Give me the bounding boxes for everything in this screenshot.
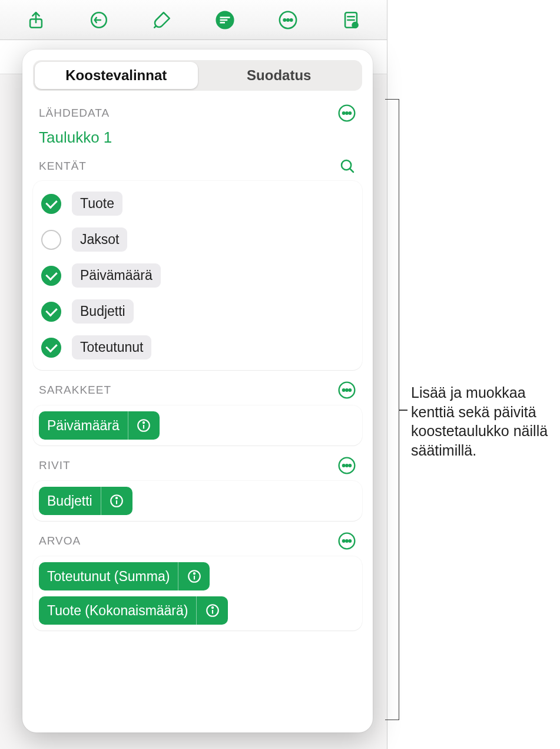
source-more-icon[interactable] [337, 104, 356, 123]
svg-point-42 [194, 573, 195, 574]
section-header-rows: RIVIT [33, 456, 362, 475]
field-checkbox[interactable] [41, 230, 61, 250]
chip-info-icon[interactable] [128, 411, 160, 440]
svg-point-31 [346, 464, 347, 466]
tab-pivot-options[interactable]: Koostevalinnat [35, 62, 198, 89]
value-chip[interactable]: Tuote (Kokonaismäärä) [39, 596, 228, 625]
top-toolbar [0, 0, 387, 40]
section-header-values: ARVOA [33, 532, 362, 550]
svg-point-8 [287, 19, 289, 21]
section-header-fields: KENTÄT [33, 157, 362, 175]
svg-point-25 [349, 389, 351, 391]
pivot-options-popover: Koostevalinnat Suodatus LÄHDEDATA Tauluk… [22, 50, 373, 732]
svg-point-18 [346, 112, 347, 114]
field-checkbox[interactable] [41, 266, 61, 286]
svg-point-9 [290, 19, 292, 21]
section-label-columns: SARAKKEET [39, 384, 111, 397]
field-row[interactable]: Päivämäärä [33, 258, 362, 293]
svg-line-21 [350, 169, 353, 172]
fields-list: Tuote Jaksot Päivämäärä Budjetti Toteutu… [33, 181, 362, 370]
section-label-values: ARVOA [39, 534, 81, 547]
field-row[interactable]: Toteutunut [33, 329, 362, 365]
rows-more-icon[interactable] [337, 456, 356, 475]
columns-more-icon[interactable] [337, 381, 356, 400]
svg-point-7 [283, 19, 285, 21]
document-settings-icon[interactable] [337, 6, 365, 34]
chip-label: Toteutunut (Summa) [39, 562, 178, 590]
chip-label: Päivämäärä [39, 411, 128, 440]
field-chip[interactable]: Päivämäärä [72, 263, 161, 288]
section-label-rows: RIVIT [39, 459, 71, 472]
row-chip[interactable]: Budjetti [39, 487, 132, 515]
tab-filter[interactable]: Suodatus [198, 62, 361, 89]
more-icon[interactable] [274, 6, 302, 34]
rows-slot[interactable]: Budjetti [33, 481, 362, 521]
svg-point-17 [343, 112, 344, 114]
svg-point-32 [349, 464, 351, 466]
svg-point-24 [346, 389, 347, 391]
svg-rect-3 [220, 17, 230, 18]
svg-point-23 [343, 389, 344, 391]
column-chip[interactable]: Päivämäärä [39, 411, 160, 440]
field-checkbox[interactable] [41, 338, 61, 358]
chip-info-icon[interactable] [178, 562, 210, 590]
field-chip[interactable]: Jaksot [72, 227, 127, 252]
field-chip[interactable]: Budjetti [72, 299, 134, 324]
field-row[interactable]: Jaksot [33, 222, 362, 258]
field-row[interactable]: Budjetti [33, 293, 362, 329]
chip-label: Budjetti [39, 487, 101, 515]
svg-point-19 [349, 112, 351, 114]
field-chip[interactable]: Tuote [72, 192, 122, 216]
svg-point-30 [343, 464, 344, 466]
columns-slot[interactable]: Päivämäärä [33, 405, 362, 446]
section-label-source: LÄHDEDATA [39, 107, 110, 120]
field-checkbox[interactable] [41, 302, 61, 322]
svg-rect-4 [220, 19, 227, 21]
undo-icon[interactable] [85, 6, 113, 34]
svg-point-37 [343, 540, 344, 542]
fields-search-icon[interactable] [339, 157, 356, 175]
field-chip[interactable]: Toteutunut [72, 335, 151, 359]
section-header-columns: SARAKKEET [33, 381, 362, 400]
values-more-icon[interactable] [337, 532, 356, 550]
chip-info-icon[interactable] [196, 596, 228, 625]
share-icon[interactable] [22, 6, 50, 34]
field-checkbox[interactable] [41, 194, 61, 214]
section-header-source: LÄHDEDATA [33, 104, 362, 123]
field-row[interactable]: Tuote [33, 186, 362, 222]
svg-point-35 [116, 497, 117, 499]
chip-info-icon[interactable] [101, 487, 132, 515]
format-brush-icon[interactable] [148, 6, 176, 34]
svg-point-38 [346, 540, 347, 542]
chip-label: Tuote (Kokonaismäärä) [39, 596, 196, 625]
organize-icon[interactable] [211, 6, 239, 34]
svg-point-28 [143, 422, 144, 423]
source-table-name[interactable]: Taulukko 1 [33, 128, 362, 147]
svg-point-45 [212, 607, 213, 608]
svg-rect-5 [220, 22, 225, 24]
value-chip[interactable]: Toteutunut (Summa) [39, 562, 210, 590]
values-slot[interactable]: Toteutunut (Summa) Tuote (Kokonaismäärä) [33, 556, 362, 631]
svg-point-39 [349, 540, 351, 542]
section-label-fields: KENTÄT [39, 160, 87, 173]
segmented-control: Koostevalinnat Suodatus [33, 60, 362, 91]
callout-stem [399, 410, 407, 411]
callout-text: Lisää ja muokkaa kenttiä sekä päivitä ko… [411, 383, 552, 460]
callout-bracket [385, 99, 399, 720]
svg-point-15 [354, 24, 355, 25]
